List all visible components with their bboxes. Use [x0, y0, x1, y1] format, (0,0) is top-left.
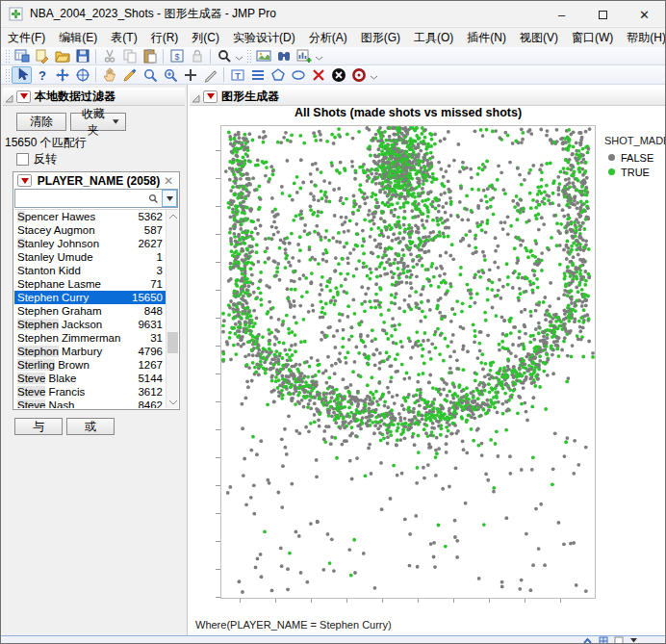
scroll-down-icon[interactable]	[166, 397, 178, 408]
player-list-item[interactable]: Stephen Jackson9631	[14, 318, 166, 331]
dropdown-small-icon[interactable]	[629, 636, 638, 643]
menu-item[interactable]: 视图(V)	[513, 28, 565, 48]
menu-item[interactable]: 列(C)	[185, 28, 226, 48]
menu-item[interactable]: 图形(G)	[354, 28, 407, 48]
binoculars-icon[interactable]	[273, 47, 294, 64]
red-triangle-menu-icon[interactable]	[203, 90, 218, 103]
open-icon[interactable]	[52, 47, 72, 64]
new-journal-icon[interactable]	[32, 47, 52, 64]
and-button[interactable]: 与	[14, 418, 63, 435]
toolbar-grip[interactable]	[5, 68, 10, 82]
brush-icon[interactable]	[119, 66, 140, 84]
menu-item[interactable]: 文件(F)	[1, 28, 52, 48]
app-icon	[9, 7, 24, 22]
caret-up-blue-icon[interactable]	[582, 636, 593, 644]
record-icon[interactable]	[348, 66, 369, 84]
player-name: Stephen Curry	[17, 291, 132, 304]
red-triangle-menu-icon[interactable]	[17, 174, 32, 187]
magnifier-plus-icon[interactable]	[160, 66, 180, 84]
toolbar-grip[interactable]	[246, 49, 251, 63]
player-list-item[interactable]: Steve Nash8462	[14, 399, 166, 408]
black-circle-x-icon[interactable]	[328, 66, 348, 84]
lock-icon[interactable]	[187, 47, 207, 64]
cut-icon[interactable]	[99, 47, 119, 64]
player-list-item[interactable]: Steve Blake5144	[14, 372, 166, 385]
player-row-count: 2627	[138, 237, 163, 250]
arrow-icon[interactable]	[12, 66, 32, 84]
favorites-button[interactable]: 收藏夹	[70, 113, 126, 131]
or-button[interactable]: 或	[66, 418, 115, 435]
close-icon[interactable]: ✕	[162, 174, 175, 188]
lines-icon[interactable]	[247, 66, 268, 84]
player-list-item[interactable]: Stacey Augmon587	[14, 223, 166, 237]
player-list-item[interactable]: Spencer Hawes5362	[14, 210, 166, 223]
player-list-item[interactable]: Stephen Zimmerman31	[14, 331, 166, 345]
player-list-scrollbar[interactable]	[166, 210, 178, 408]
crosshair-circle-icon[interactable]	[72, 66, 92, 84]
help-icon[interactable]: ?	[32, 66, 52, 84]
scrollbar-thumb[interactable]	[167, 332, 178, 353]
oval-icon[interactable]	[288, 66, 308, 84]
player-list-item[interactable]: Stephane Lasme71	[14, 277, 166, 291]
player-list-item[interactable]: Steve Francis3612	[14, 385, 166, 399]
menu-item[interactable]: 行(R)	[144, 28, 186, 48]
search-icon[interactable]	[146, 193, 161, 204]
paste-icon[interactable]	[140, 47, 160, 64]
red-x-icon[interactable]	[308, 66, 328, 84]
filter-panel-header[interactable]: 本地数据过滤器	[3, 88, 185, 106]
minimize-button[interactable]: –	[541, 1, 582, 28]
plus-icon[interactable]	[180, 66, 200, 84]
graph-builder-header[interactable]: 图形生成器	[190, 88, 665, 106]
search-options-dropdown[interactable]	[162, 190, 177, 207]
player-list-item[interactable]: Sterling Brown1267	[14, 358, 166, 372]
grid-small-icon[interactable]	[599, 636, 608, 644]
player-list-item[interactable]: Stanton Kidd3	[14, 264, 166, 277]
player-list-item[interactable]: Stanley Umude1	[14, 250, 166, 264]
menu-item[interactable]: 工具(O)	[407, 28, 460, 48]
collapse-triangle-icon[interactable]	[192, 92, 200, 101]
clear-button[interactable]: 清除	[16, 113, 66, 131]
search-icon[interactable]	[214, 47, 234, 64]
legend-item[interactable]: TRUE	[604, 165, 666, 179]
invert-checkbox[interactable]	[16, 153, 29, 166]
menu-item[interactable]: 插件(N)	[460, 28, 513, 48]
magnifier-icon[interactable]	[140, 66, 160, 84]
copy-icon[interactable]	[119, 47, 140, 64]
menu-item[interactable]: 帮助(H)	[620, 28, 666, 48]
add-graph-icon[interactable]	[294, 47, 314, 64]
square-small-icon[interactable]	[614, 636, 624, 644]
menu-item[interactable]: 编辑(E)	[52, 28, 104, 48]
move-icon[interactable]	[52, 66, 72, 84]
journal-view-icon[interactable]	[253, 47, 273, 64]
menu-item[interactable]: 实验设计(D)	[226, 28, 302, 48]
overflow-icon[interactable]	[369, 66, 379, 84]
menu-item[interactable]: 表(T)	[104, 28, 143, 48]
red-triangle-menu-icon[interactable]	[16, 90, 31, 103]
maximize-button[interactable]	[582, 1, 624, 28]
pencil-icon[interactable]	[200, 66, 220, 84]
scroll-up-icon[interactable]	[166, 210, 178, 221]
legend-marker-icon	[608, 168, 615, 175]
hand-icon[interactable]	[99, 66, 119, 84]
collapse-triangle-icon[interactable]	[5, 92, 13, 101]
player-name: Stephen Jackson	[17, 318, 138, 331]
menu-item[interactable]: 窗口(W)	[565, 28, 620, 48]
shot-chart-scatter[interactable]	[213, 125, 600, 606]
toolbar-grip[interactable]	[5, 49, 10, 63]
polygon-icon[interactable]	[268, 66, 288, 84]
menu-item[interactable]: 分析(A)	[302, 28, 354, 48]
close-button[interactable]: ✕	[624, 1, 665, 28]
legend-label: FALSE	[621, 152, 653, 164]
save-icon[interactable]	[72, 47, 92, 64]
formula-box-icon[interactable]: $	[166, 47, 187, 64]
overflow-icon[interactable]	[314, 47, 324, 64]
player-list-item[interactable]: Stephen Graham848	[14, 304, 166, 318]
textbox-icon[interactable]: T	[227, 66, 247, 84]
player-list-item[interactable]: Stephen Curry15650	[14, 291, 166, 304]
overflow-icon[interactable]	[234, 47, 244, 64]
player-search-input[interactable]	[15, 191, 146, 206]
player-list-item[interactable]: Stephon Marbury4796	[14, 345, 166, 358]
legend-item[interactable]: FALSE	[604, 150, 666, 165]
new-data-table-icon[interactable]	[12, 47, 32, 64]
player-list-item[interactable]: Stanley Johnson2627	[14, 237, 166, 250]
